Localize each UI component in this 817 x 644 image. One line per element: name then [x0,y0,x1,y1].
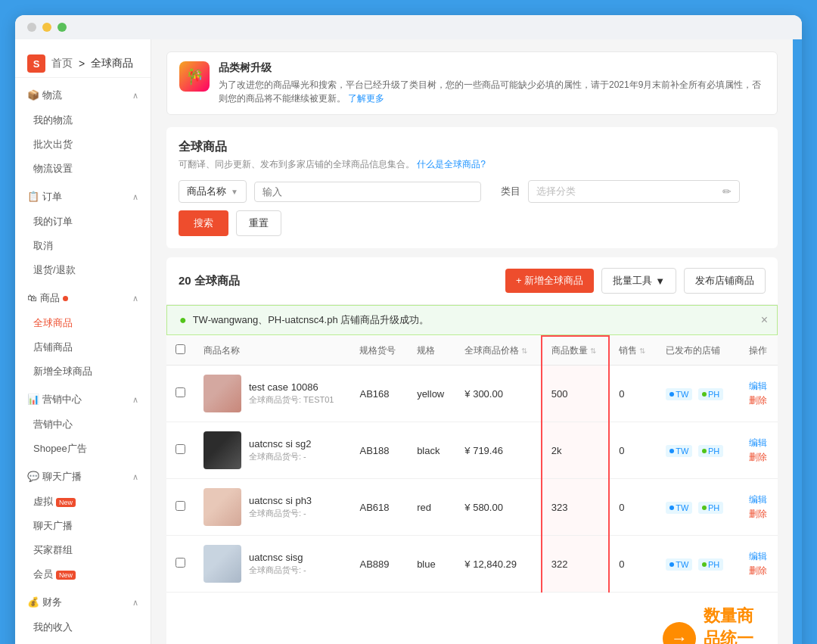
edit-link[interactable]: 编辑 [749,437,767,448]
sidebar-item-logistics-settings[interactable]: 物流设置 [15,157,151,181]
sidebar-item-my-income[interactable]: 我的收入 [15,615,151,639]
select-all-checkbox[interactable] [176,344,185,354]
sidebar-section-logistics-header[interactable]: 📦 物流 ∧ [15,82,151,108]
product-cell-3: uatcnsc sisg 全球商品货号: - [194,536,350,593]
delete-link[interactable]: 删除 [749,451,769,464]
product-image [203,375,241,412]
sku-cell: AB168 [350,366,408,422]
sales-cell: 0 [609,422,657,479]
notice-icon: 🎋 [179,61,210,92]
product-name: test case 10086 [249,381,334,393]
filter-name-input[interactable] [254,182,481,202]
stores-cell: TW PH [657,479,739,536]
sort-qty-icon[interactable]: ⇅ [590,347,596,355]
annotation-row: → 数量商品统一管理 [166,593,778,644]
sidebar-section-finance-header[interactable]: 💰 财务 ∧ [15,590,151,615]
product-image [203,545,241,583]
sidebar-item-member[interactable]: 会员New [15,562,151,586]
delete-link[interactable]: 删除 [749,565,769,577]
sidebar-item-cancel[interactable]: 取消 [15,234,151,258]
product-image [203,488,241,526]
row-checkbox[interactable] [176,558,185,568]
sidebar-item-my-orders[interactable]: 我的订单 [15,210,151,234]
chevron-up-icon-finance: ∧ [132,598,138,608]
notice-text-area: 品类树升级 为了改进您的商品曝光和搜索，平台已经升级了类目树，您的一些商品可能缺… [219,61,765,105]
delete-link[interactable]: 删除 [749,508,769,521]
store-badge-tw: TW [666,558,692,571]
home-link[interactable]: 首页 [51,57,73,70]
price-cell: ¥ 580.00 [455,479,542,536]
sidebar-item-global-products[interactable]: 全球商品 [15,311,151,335]
row-checkbox[interactable] [176,444,185,454]
products-badge-dot [63,296,68,301]
sidebar-item-my-logistics[interactable]: 我的物流 [15,108,151,132]
search-button[interactable]: 搜索 [179,210,228,236]
sidebar-item-buyer-groups[interactable]: 买家群组 [15,538,151,562]
close-btn[interactable] [27,23,36,32]
sidebar-section-chat-header[interactable]: 💬 聊天广播 ∧ [15,464,151,490]
sidebar-item-shopee-ads[interactable]: Shopee广告 [15,437,151,461]
product-name: uatcnsc si sg2 [249,438,311,450]
chevron-up-icon-chat: ∧ [132,472,138,482]
filter-row: 商品名称 ▼ 类目 选择分类 ✏ [179,180,766,203]
annotation-area: → 数量商品统一管理 [663,605,766,644]
sidebar-item-broadcast[interactable]: 聊天广播 [15,514,151,538]
notice-link[interactable]: 了解更多 [348,93,384,104]
sidebar-section-marketing-header[interactable]: 📊 营销中心 ∧ [15,387,151,412]
sort-sales-icon[interactable]: ⇅ [639,347,645,355]
qty-cell: 2k [542,422,609,479]
spec-cell: yellow [408,366,455,422]
sidebar-item-return-refund[interactable]: 退货/退款 [15,258,151,282]
edit-icon: ✏ [722,185,732,198]
sort-price-icon[interactable]: ⇅ [521,347,527,355]
row-checkbox[interactable] [176,501,185,511]
close-icon[interactable]: × [761,313,768,327]
store-dot [669,392,674,397]
filter-name-arrow: ▼ [231,188,238,196]
bulk-tools-button[interactable]: 批量工具 ▼ [601,268,676,294]
delete-link[interactable]: 删除 [749,394,769,407]
sidebar-item-bank-account[interactable]: 银行账户 [15,639,151,644]
filter-category-select[interactable]: 选择分类 ✏ [528,180,740,203]
main-content: 🎋 品类树升级 为了改进您的商品曝光和搜索，平台已经升级了类目树，您的一些商品可… [151,39,793,644]
sales-cell: 0 [609,536,657,593]
sidebar-item-store-products[interactable]: 店铺商品 [15,335,151,359]
publish-store-product-button[interactable]: 发布店铺商品 [684,268,766,294]
table-row: uatcnsc sisg 全球商品货号: - AB889 blue ¥ 12,8… [166,536,778,593]
add-global-product-button[interactable]: + 新增全球商品 [505,269,594,293]
shopee-logo: S [27,54,45,73]
sidebar-item-batch-ship[interactable]: 批次出货 [15,132,151,157]
filter-category-label: 类目 [501,185,520,198]
store-badge-ph: PH [698,558,723,571]
sidebar-section-orders-header[interactable]: 📋 订单 ∧ [15,184,151,210]
reset-button[interactable]: 重置 [236,210,281,236]
sidebar-item-marketing-center[interactable]: 营销中心 [15,412,151,437]
product-id: 全球商品货号: - [249,565,306,576]
sku-cell: AB618 [350,479,408,536]
store-badge-ph: PH [698,502,723,514]
notice-body: 为了改进您的商品曝光和搜索，平台已经升级了类目树，您的一些商品可能缺少必填的属性… [219,78,765,105]
sidebar-section-products-header[interactable]: 🛍 商品 ∧ [15,285,151,311]
maximize-btn[interactable] [57,23,67,32]
edit-link[interactable]: 编辑 [749,494,767,505]
breadcrumb-sep: > [79,58,85,70]
minimize-btn[interactable] [42,23,51,32]
table-row: test case 10086 全球商品货号: TEST01 AB168 yel… [166,366,778,422]
edit-link[interactable]: 编辑 [749,381,767,391]
product-id: 全球商品货号: TEST01 [249,394,334,406]
sidebar-item-add-global[interactable]: 新增全球商品 [15,359,151,384]
row-checkbox[interactable] [176,387,185,397]
product-image [203,431,241,469]
product-cell-1: uatcnsc si sg2 全球商品货号: - [194,422,350,479]
fans-new-badge: New [56,498,76,507]
table-top-row: 20 全球商品 + 新增全球商品 批量工具 ▼ 发布店铺商品 [166,257,778,305]
th-product-name: 商品名称 [194,336,350,366]
right-sidebar-accent [793,39,802,644]
what-is-global-link[interactable]: 什么是全球商品? [417,159,486,170]
filter-name-select[interactable]: 商品名称 ▼ [179,180,247,203]
edit-link[interactable]: 编辑 [749,551,767,562]
sidebar-item-fans[interactable]: 虚拟New [15,490,151,514]
sidebar-section-marketing: 📊 营销中心 ∧ 营销中心 Shopee广告 [15,387,151,461]
title-bar [15,15,802,39]
sidebar-section-chat: 💬 聊天广播 ∧ 虚拟New 聊天广播 买家群组 会员New [15,464,151,586]
